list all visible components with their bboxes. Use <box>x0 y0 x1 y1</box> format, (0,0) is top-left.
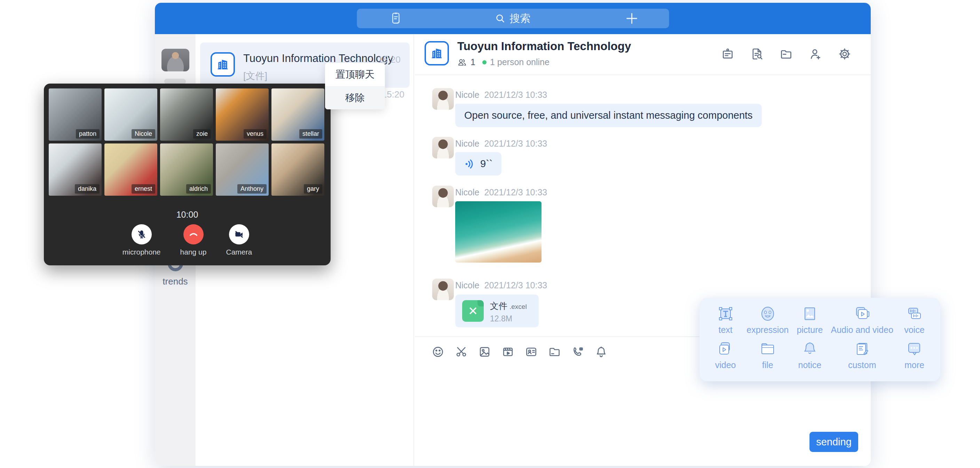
participant-name: Anthony <box>237 184 267 193</box>
search-input[interactable]: 搜索 <box>357 9 669 28</box>
folder-icon[interactable] <box>780 47 793 61</box>
participant-tile[interactable]: ernest <box>104 144 157 196</box>
picture-icon <box>802 305 818 322</box>
file-folder-icon[interactable] <box>548 345 561 358</box>
participant-tile[interactable]: Nicole <box>104 88 157 141</box>
participant-name: stellar <box>299 129 322 139</box>
search-icon <box>495 13 506 24</box>
participant-name: aldrich <box>186 184 211 193</box>
control-label: microphone <box>123 248 161 256</box>
menu-item-remove[interactable]: 移除 <box>325 86 385 109</box>
send-button[interactable]: sending <box>810 432 858 452</box>
message-meta: Nicole2021/12/3 10:33 <box>455 280 547 291</box>
mic-off-icon <box>137 229 147 240</box>
participant-name: patton <box>76 129 100 139</box>
custom-icon <box>854 340 870 357</box>
header-actions <box>721 47 851 61</box>
doc-search-icon[interactable] <box>750 47 764 61</box>
voice-icon <box>906 305 923 322</box>
participant-name: danika <box>75 184 100 193</box>
panel-item-expression[interactable]: expression <box>746 305 789 335</box>
participant-name: Nicole <box>132 129 155 139</box>
plus-icon[interactable] <box>624 11 639 26</box>
search-bar[interactable]: 搜索 <box>357 9 669 28</box>
picture-icon[interactable] <box>478 345 491 358</box>
message-time: 2021/12/3 10:33 <box>484 187 547 197</box>
message-meta: Nicole2021/12/3 10:33 <box>455 90 547 100</box>
video-clip-icon[interactable] <box>501 345 514 358</box>
notification-bell-icon[interactable] <box>595 345 608 358</box>
panel-item-more[interactable]: more <box>893 340 935 370</box>
announcement-icon[interactable] <box>721 47 734 61</box>
participant-tile[interactable]: patton <box>49 88 102 141</box>
avatar[interactable] <box>432 185 454 207</box>
online-status: 1 person online <box>490 57 549 67</box>
panel-item-notice[interactable]: notice <box>789 340 831 370</box>
file-name: 文件 <box>490 301 508 311</box>
control-label: hang up <box>180 248 207 256</box>
avatar[interactable] <box>432 279 454 300</box>
message-list: Nicole2021/12/3 10:33 Open source, free,… <box>415 75 871 336</box>
image-message[interactable] <box>455 201 541 262</box>
text-message-bubble[interactable]: Open source, free, and universal instant… <box>455 104 762 127</box>
members-icon <box>457 58 467 67</box>
video-icon <box>717 340 734 357</box>
participant-tile[interactable]: gary <box>272 144 325 196</box>
add-member-icon[interactable] <box>809 47 822 61</box>
file-message-card[interactable]: ✕ 文件.excel 12.8M <box>455 295 539 327</box>
message-meta: Nicole2021/12/3 10:33 <box>455 139 547 149</box>
page-title: Tuoyun Information Technology <box>457 40 631 53</box>
my-avatar[interactable] <box>161 49 189 71</box>
participant-name: zoie <box>193 129 211 139</box>
hang-up-button[interactable] <box>183 224 204 244</box>
online-dot <box>482 60 487 64</box>
panel-item-picture[interactable]: picture <box>789 305 831 335</box>
participant-name: ernest <box>132 184 155 193</box>
panel-item-custom[interactable]: custom <box>831 340 893 370</box>
participant-name: venus <box>243 129 267 139</box>
emoji-icon[interactable] <box>431 345 444 358</box>
panel-item-text[interactable]: text <box>705 305 746 335</box>
settings-icon[interactable] <box>838 47 851 61</box>
voice-message-bubble[interactable]: 9`` <box>455 152 501 176</box>
group-status: 1 1 person online <box>457 57 549 67</box>
screenshot-scissors-icon[interactable] <box>455 345 468 358</box>
context-menu: 置顶聊天 移除 <box>325 63 385 109</box>
participant-tile[interactable]: zoie <box>160 88 213 141</box>
conversation-panel: Tuoyun Information Technology 1 1 person… <box>415 34 871 466</box>
menu-item-pin-chat[interactable]: 置顶聊天 <box>325 63 385 86</box>
more-icon <box>906 340 923 357</box>
microphone-control: microphone <box>123 224 161 256</box>
hang-up-icon <box>188 229 199 240</box>
hangup-control: hang up <box>180 224 207 256</box>
participant-tile[interactable]: venus <box>216 88 269 141</box>
top-bar: 搜索 <box>155 3 871 34</box>
panel-item-video[interactable]: video <box>705 340 746 370</box>
panel-item-audio-video[interactable]: Audio and video <box>831 305 893 335</box>
call-timer: 10:00 <box>44 209 331 220</box>
camera-off-button[interactable] <box>229 224 249 244</box>
conversation-last-message: [文件] <box>243 70 267 82</box>
panel-item-file[interactable]: file <box>746 340 789 370</box>
conversation-header: Tuoyun Information Technology 1 1 person… <box>415 34 871 75</box>
participant-tile[interactable]: danika <box>49 144 102 196</box>
excel-file-icon: ✕ <box>462 300 484 322</box>
video-call-icon[interactable] <box>571 345 584 358</box>
panel-item-voice[interactable]: voice <box>893 305 935 335</box>
control-label: Camera <box>226 248 252 256</box>
building-icon <box>216 58 229 71</box>
participant-tile[interactable]: stellar <box>272 88 325 141</box>
mic-off-button[interactable] <box>132 224 152 244</box>
sender-name: Nicole <box>455 280 479 290</box>
message-meta: Nicole2021/12/3 10:33 <box>455 187 547 197</box>
avatar[interactable] <box>432 137 454 158</box>
participant-tile[interactable]: aldrich <box>160 144 213 196</box>
member-count: 1 <box>471 57 476 67</box>
contact-card-icon[interactable] <box>525 345 538 358</box>
expression-icon <box>759 305 776 322</box>
message-time: 2021/12/3 10:33 <box>484 280 547 290</box>
avatar[interactable] <box>432 88 454 110</box>
trends-label: trends <box>155 276 196 287</box>
participant-tile[interactable]: Anthony <box>216 144 269 196</box>
camera-off-icon <box>234 229 244 240</box>
